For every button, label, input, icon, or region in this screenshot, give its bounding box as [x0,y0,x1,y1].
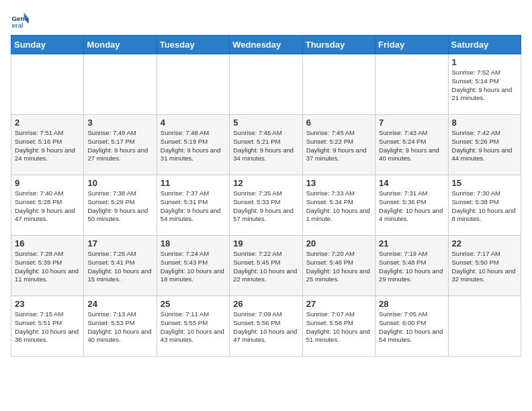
day-info: Sunrise: 7:22 AM Sunset: 5:45 PM Dayligh… [233,250,298,284]
calendar-cell: 2Sunrise: 7:51 AM Sunset: 5:16 PM Daylig… [11,115,84,175]
day-number: 15 [452,178,517,188]
calendar-cell [448,296,521,357]
day-info: Sunrise: 7:43 AM Sunset: 5:24 PM Dayligh… [379,129,444,163]
calendar-cell: 9Sunrise: 7:40 AM Sunset: 5:28 PM Daylig… [11,175,84,236]
day-info: Sunrise: 7:19 AM Sunset: 5:48 PM Dayligh… [379,250,444,284]
day-number: 2 [15,118,80,128]
calendar-cell: 23Sunrise: 7:15 AM Sunset: 5:51 PM Dayli… [11,296,84,357]
day-info: Sunrise: 7:38 AM Sunset: 5:29 PM Dayligh… [87,189,152,224]
calendar-cell [157,54,229,115]
day-number: 4 [161,118,226,128]
day-number: 20 [306,238,371,248]
calendar-cell: 12Sunrise: 7:35 AM Sunset: 5:33 PM Dayli… [230,175,302,236]
weekday-header-row: SundayMondayTuesdayWednesdayThursdayFrid… [11,36,521,54]
calendar-cell [302,54,375,115]
day-number: 3 [87,118,152,128]
day-number: 17 [87,238,152,248]
calendar-cell: 18Sunrise: 7:24 AM Sunset: 5:43 PM Dayli… [157,236,229,296]
day-info: Sunrise: 7:07 AM Sunset: 5:58 PM Dayligh… [306,310,371,345]
day-number: 18 [161,238,226,248]
day-number: 12 [233,178,298,188]
calendar-cell: 15Sunrise: 7:30 AM Sunset: 5:38 PM Dayli… [448,175,521,236]
weekday-header-wednesday: Wednesday [230,36,302,54]
calendar-cell: 22Sunrise: 7:17 AM Sunset: 5:50 PM Dayli… [448,236,521,296]
calendar-cell: 6Sunrise: 7:45 AM Sunset: 5:22 PM Daylig… [302,115,375,175]
calendar-cell [230,54,302,115]
generalblue-logo-icon: Gen eral [11,11,30,30]
day-number: 6 [306,118,371,128]
calendar-cell: 8Sunrise: 7:42 AM Sunset: 5:26 PM Daylig… [448,115,521,175]
calendar-cell: 14Sunrise: 7:31 AM Sunset: 5:36 PM Dayli… [375,175,448,236]
day-info: Sunrise: 7:28 AM Sunset: 5:39 PM Dayligh… [15,250,80,284]
day-number: 13 [306,178,371,188]
calendar-cell: 1Sunrise: 7:52 AM Sunset: 5:14 PM Daylig… [448,54,521,115]
calendar-cell: 28Sunrise: 7:05 AM Sunset: 6:00 PM Dayli… [375,296,448,357]
day-info: Sunrise: 7:13 AM Sunset: 5:53 PM Dayligh… [87,310,152,345]
day-number: 11 [161,178,226,188]
calendar-cell: 3Sunrise: 7:49 AM Sunset: 5:17 PM Daylig… [84,115,157,175]
day-number: 8 [452,118,517,128]
day-info: Sunrise: 7:31 AM Sunset: 5:36 PM Dayligh… [379,189,444,224]
day-info: Sunrise: 7:33 AM Sunset: 5:34 PM Dayligh… [306,189,371,224]
day-info: Sunrise: 7:45 AM Sunset: 5:22 PM Dayligh… [306,129,371,163]
day-number: 7 [379,118,444,128]
day-info: Sunrise: 7:09 AM Sunset: 5:56 PM Dayligh… [233,310,298,345]
day-number: 28 [379,299,444,309]
calendar-cell [375,54,448,115]
day-number: 10 [87,178,152,188]
calendar-table: SundayMondayTuesdayWednesdayThursdayFrid… [11,35,521,357]
page-header: Gen eral [11,11,521,30]
day-number: 21 [379,238,444,248]
calendar-cell: 24Sunrise: 7:13 AM Sunset: 5:53 PM Dayli… [84,296,157,357]
day-number: 25 [161,299,226,309]
week-row-3: 9Sunrise: 7:40 AM Sunset: 5:28 PM Daylig… [11,175,521,236]
calendar-cell: 13Sunrise: 7:33 AM Sunset: 5:34 PM Dayli… [302,175,375,236]
calendar-cell: 21Sunrise: 7:19 AM Sunset: 5:48 PM Dayli… [375,236,448,296]
calendar-cell: 16Sunrise: 7:28 AM Sunset: 5:39 PM Dayli… [11,236,84,296]
calendar-cell: 5Sunrise: 7:46 AM Sunset: 5:21 PM Daylig… [230,115,302,175]
calendar-cell: 25Sunrise: 7:11 AM Sunset: 5:55 PM Dayli… [157,296,229,357]
week-row-5: 23Sunrise: 7:15 AM Sunset: 5:51 PM Dayli… [11,296,521,357]
day-number: 9 [15,178,80,188]
day-number: 27 [306,299,371,309]
day-info: Sunrise: 7:15 AM Sunset: 5:51 PM Dayligh… [15,310,80,345]
day-info: Sunrise: 7:26 AM Sunset: 5:41 PM Dayligh… [87,250,152,284]
week-row-2: 2Sunrise: 7:51 AM Sunset: 5:16 PM Daylig… [11,115,521,175]
day-info: Sunrise: 7:46 AM Sunset: 5:21 PM Dayligh… [233,129,298,163]
svg-text:eral: eral [11,21,24,29]
day-info: Sunrise: 7:35 AM Sunset: 5:33 PM Dayligh… [233,189,298,224]
day-info: Sunrise: 7:17 AM Sunset: 5:50 PM Dayligh… [452,250,517,284]
weekday-header-thursday: Thursday [302,36,375,54]
calendar-cell [84,54,157,115]
day-info: Sunrise: 7:05 AM Sunset: 6:00 PM Dayligh… [379,310,444,345]
calendar-cell [11,54,84,115]
day-number: 22 [452,238,517,248]
calendar-cell: 20Sunrise: 7:20 AM Sunset: 5:46 PM Dayli… [302,236,375,296]
calendar-cell: 7Sunrise: 7:43 AM Sunset: 5:24 PM Daylig… [375,115,448,175]
day-info: Sunrise: 7:49 AM Sunset: 5:17 PM Dayligh… [87,129,152,163]
week-row-1: 1Sunrise: 7:52 AM Sunset: 5:14 PM Daylig… [11,54,521,115]
day-info: Sunrise: 7:20 AM Sunset: 5:46 PM Dayligh… [306,250,371,284]
day-number: 19 [233,238,298,248]
day-number: 5 [233,118,298,128]
day-info: Sunrise: 7:24 AM Sunset: 5:43 PM Dayligh… [161,250,226,284]
calendar-cell: 4Sunrise: 7:48 AM Sunset: 5:19 PM Daylig… [157,115,229,175]
calendar-cell: 26Sunrise: 7:09 AM Sunset: 5:56 PM Dayli… [230,296,302,357]
day-info: Sunrise: 7:30 AM Sunset: 5:38 PM Dayligh… [452,189,517,224]
day-number: 24 [87,299,152,309]
day-info: Sunrise: 7:40 AM Sunset: 5:28 PM Dayligh… [15,189,80,224]
calendar-cell: 19Sunrise: 7:22 AM Sunset: 5:45 PM Dayli… [230,236,302,296]
day-number: 26 [233,299,298,309]
day-number: 14 [379,178,444,188]
day-info: Sunrise: 7:42 AM Sunset: 5:26 PM Dayligh… [452,129,517,163]
day-info: Sunrise: 7:37 AM Sunset: 5:31 PM Dayligh… [161,189,226,224]
calendar-cell: 11Sunrise: 7:37 AM Sunset: 5:31 PM Dayli… [157,175,229,236]
day-info: Sunrise: 7:11 AM Sunset: 5:55 PM Dayligh… [161,310,226,345]
day-number: 23 [15,299,80,309]
logo: Gen eral [11,11,32,30]
day-info: Sunrise: 7:51 AM Sunset: 5:16 PM Dayligh… [15,129,80,163]
day-info: Sunrise: 7:48 AM Sunset: 5:19 PM Dayligh… [161,129,226,163]
weekday-header-friday: Friday [375,36,448,54]
day-info: Sunrise: 7:52 AM Sunset: 5:14 PM Dayligh… [452,68,517,103]
day-number: 16 [15,238,80,248]
